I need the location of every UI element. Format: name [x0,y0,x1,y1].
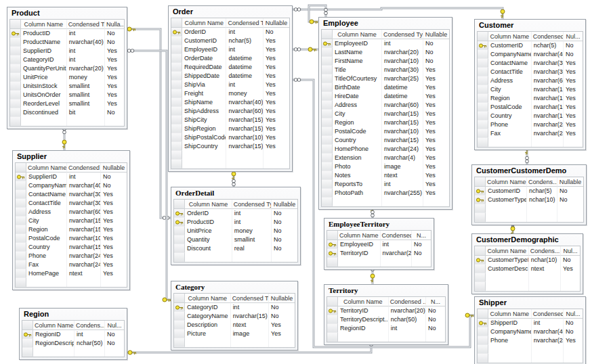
table-order[interactable]: OrderColumn NameCondensed TypeNullableOr… [168,5,293,172]
data-type-cell: int [532,319,564,327]
data-type-cell: datetime [226,72,264,81]
column-name-cell: Discontinued [21,108,67,117]
table-title[interactable]: Territory [324,285,448,296]
table-shipper[interactable]: ShipperColumn NameCondensed ...Nul...Shi… [474,296,586,364]
data-type-cell [529,282,561,291]
diagram-canvas[interactable]: ProductColumn NameCondensed TypeNulla...… [0,0,590,364]
grid-header-row: Column NameCondensed TypeNulla... [10,20,124,29]
data-type-cell: nchar(10) [529,256,561,265]
row-selector [322,127,333,136]
many-end-infinity-icon [127,49,134,53]
table-row: RegionIDintNo [22,330,124,339]
nullable-cell: Yes [264,142,289,151]
nullable-cell [557,213,583,222]
column-name-cell: HireDate [333,92,382,101]
nullable-cell: No [557,187,583,196]
data-type-cell: smallint [67,91,105,99]
table-title[interactable]: Customer [475,20,585,31]
row-selector-key [174,218,185,227]
one-end-key-icon [371,274,375,282]
table-title[interactable]: CustomerDemographic [472,234,583,246]
empty-row [16,278,127,287]
table-supplier[interactable]: SupplierColumn NameCondensed TypeNullabl… [12,150,130,290]
data-type-cell: nvarchar(15) [67,243,101,252]
column-name-cell: PostalCode [488,103,532,112]
primary-key-icon [12,30,20,37]
table-title[interactable]: Employee [319,18,452,29]
table-row: Citynvarchar(15)Yes [322,110,449,118]
data-type-cell: Condensed ... [381,231,412,240]
row-selector-key [327,240,338,249]
table-customer[interactable]: CustomerColumn NameCondensed ...Nul...Cu… [474,19,586,150]
table-title[interactable]: EmployeeTerritory [324,219,434,230]
row-selector-key [475,196,486,204]
table-title[interactable]: Product [7,7,127,19]
column-name-cell: Address [333,101,382,110]
many-end-infinity-icon [232,179,236,186]
row-selector [322,189,333,198]
table-row: CustomerTypeIDnchar(10)No [475,256,580,265]
nullable-cell: Yes [101,252,127,260]
nullable-cell: Yes [423,171,449,180]
row-selector [478,327,488,336]
data-type-cell: nvarchar(15) [226,124,264,133]
table-row: ContactTitlenvarchar(30)Yes [478,68,583,76]
nullable-cell: Yes [101,260,127,269]
table-title[interactable]: OrderDetail [171,187,300,199]
table-customerdemographic[interactable]: CustomerDemographicColumn NameCondens...… [471,233,583,294]
row-selector [174,235,185,244]
column-grid: Column NameCondensed ...N...TerritoryIDn… [326,296,446,342]
nullable-cell: No [105,330,124,339]
table-title[interactable]: Category [171,281,297,293]
column-name-cell: SupplierID [26,173,67,181]
column-name-cell: CategoryID [21,55,67,64]
nullable-cell: No [101,181,127,190]
nullable-cell: Nullable [423,30,449,39]
row-selector [10,20,21,29]
table-orderdetail[interactable]: OrderDetailColumn NameCondensed TypeNull… [171,187,301,265]
table-row: ReportsTointYes [322,180,449,189]
column-name-cell [488,138,532,147]
table-row: CustomerDescntextYes [475,265,580,273]
column-name-cell: TitleOfCourtesy [333,74,382,83]
row-selector [327,297,338,306]
table-row: Phonenvarchar(24)Yes [478,336,583,345]
column-name-cell [338,333,389,342]
table-row: TerritoryDescript...nchar(50)No [327,315,445,324]
column-name-cell: Column Name [182,18,226,28]
many-end-infinity-icon [294,8,301,12]
data-type-cell [231,338,269,347]
column-name-cell: Country [488,112,532,120]
nullable-cell: Yes [101,217,127,225]
row-selector [327,333,338,342]
table-title[interactable]: Shipper [475,297,585,309]
table-title[interactable]: CustomerCustomerDemo [472,165,586,177]
row-selector-key [327,249,338,258]
table-region[interactable]: RegionColumn NameCondens...Nul...RegionI… [19,308,127,360]
table-category[interactable]: CategoryColumn NameCondensed TypeNullabl… [171,281,298,350]
data-type-cell: nvarchar(10) [67,234,101,243]
column-name-cell: ShipVia [182,81,226,89]
table-employeeterritory[interactable]: EmployeeTerritoryColumn NameCondensed ..… [324,218,434,270]
table-product[interactable]: ProductColumn NameCondensed TypeNulla...… [7,7,127,129]
data-type-cell: int [67,55,105,64]
empty-row [475,273,580,282]
data-type-cell: Condens... [527,177,557,187]
table-title[interactable]: Region [20,309,127,320]
column-name-cell: UnitPrice [21,73,67,82]
nullable-cell: Yes [564,59,583,68]
rel-employee-order[interactable] [291,47,318,51]
table-employee[interactable]: EmployeeColumn NameCondensed TypeNullabl… [318,17,452,210]
table-territory[interactable]: TerritoryColumn NameCondensed ...N...Ter… [324,284,448,345]
table-title[interactable]: Supplier [13,151,129,162]
one-end-key-icon [232,172,236,180]
table-row: CustomerIDnchar(5)No [475,187,583,196]
column-name-cell [333,198,382,206]
grid-header-row: Column NameCondensed TypeNullable [16,163,127,173]
table-title[interactable]: Order [169,6,292,18]
table-customercustomerdemo[interactable]: CustomerCustomerDemoColumn NameCondens..… [471,164,587,225]
table-row: Addressnvarchar(60)Yes [478,76,583,85]
rel-product-orderdetail[interactable] [126,27,171,219]
nullable-cell [101,278,127,287]
rel-category-product[interactable] [126,49,171,302]
